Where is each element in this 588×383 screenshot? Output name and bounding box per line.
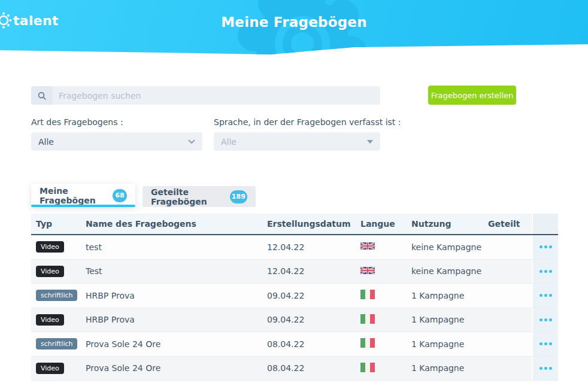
chevron-down-icon: [188, 139, 195, 144]
col-header-language: Langue: [360, 219, 411, 229]
flag-icon: [360, 338, 375, 348]
row-actions-button[interactable]: [532, 332, 558, 356]
usage-text: keine Kampagne: [411, 266, 488, 276]
type-cell: schriftlich: [31, 290, 86, 301]
count-badge: 189: [230, 190, 247, 203]
app-header: talent Meine Fragebögen: [0, 0, 588, 56]
language-flag-cell: [360, 338, 411, 349]
table-row: Video Prova Sole 24 Ore 08.04.22 1 Kampa…: [31, 357, 558, 381]
row-actions-button[interactable]: [532, 308, 558, 332]
ellipsis-icon: [539, 318, 542, 321]
table-row: Video test 12.04.22 keine Kampagne: [31, 235, 558, 260]
type-cell: Video: [31, 241, 86, 253]
questionnaire-name: HRBP Prova: [86, 315, 267, 324]
count-badge: 68: [113, 189, 127, 202]
type-badge: Video: [36, 266, 64, 277]
questionnaire-name: Prova Sole 24 Ore: [86, 363, 267, 373]
usage-text: 1 Kampagne: [411, 315, 488, 324]
language-flag-cell: [360, 290, 411, 301]
col-header-shared: Geteilt: [488, 219, 532, 229]
usage-text: 1 Kampagne: [411, 363, 488, 373]
language-filter-select[interactable]: Alle: [214, 132, 380, 151]
flag-icon: [360, 241, 375, 251]
caret-down-icon: [367, 140, 373, 144]
creation-date: 09.04.22: [267, 315, 360, 324]
language-flag-cell: [360, 314, 411, 326]
table-row: Video HRBP Prova 09.04.22 1 Kampagne: [31, 308, 558, 333]
questionnaire-name: HRBP Prova: [86, 291, 267, 300]
usage-text: 1 Kampagne: [411, 291, 488, 300]
tab-shared-questionnaires[interactable]: Geteilte Fragebögen 189: [143, 186, 256, 207]
col-header-usage: Nutzung: [411, 219, 488, 229]
create-questionnaire-button[interactable]: Fragebogen erstellen: [428, 86, 516, 105]
col-header-actions: [532, 214, 558, 234]
ellipsis-icon: [539, 342, 542, 345]
usage-text: keine Kampagne: [411, 242, 488, 252]
creation-date: 08.04.22: [267, 339, 360, 349]
tab-my-questionnaires[interactable]: Meine Fragebögen 68: [31, 184, 135, 207]
questionnaire-name: Prova Sole 24 Ore: [86, 339, 267, 349]
col-header-date: Erstellungsdatum: [267, 219, 360, 229]
row-actions-button[interactable]: [532, 235, 558, 259]
search-input[interactable]: [53, 86, 380, 105]
flag-icon: [360, 290, 375, 299]
row-actions-button[interactable]: [532, 357, 558, 381]
table-row: schriftlich HRBP Prova 09.04.22 1 Kampag…: [31, 284, 558, 308]
type-badge: Video: [36, 314, 64, 326]
language-flag-cell: [360, 363, 411, 374]
search-icon-box: [31, 86, 53, 105]
ellipsis-icon: [539, 294, 542, 297]
questionnaire-table: Typ Name des Fragebogens Erstellungsdatu…: [31, 214, 558, 381]
type-badge: Video: [36, 241, 64, 253]
language-filter-label: Sprache, in der der Fragebogen verfasst …: [214, 117, 401, 127]
search-box: [31, 86, 380, 105]
row-actions-button[interactable]: [532, 260, 558, 284]
type-badge: schriftlich: [36, 290, 77, 301]
ellipsis-icon: [539, 245, 542, 248]
flag-icon: [360, 314, 375, 324]
type-cell: Video: [31, 363, 86, 374]
type-cell: Video: [31, 314, 86, 326]
language-filter-value: Alle: [221, 137, 367, 147]
ellipsis-icon: [539, 270, 542, 273]
page-title: Meine Fragebögen: [0, 14, 588, 30]
language-flag-cell: [360, 241, 411, 253]
questionnaire-name: test: [86, 242, 267, 252]
search-icon: [38, 92, 46, 100]
questionnaire-name: Test: [86, 266, 267, 276]
col-header-typ: Typ: [31, 219, 86, 229]
page: talent Meine Fragebögen Fragebogen erste…: [0, 0, 588, 383]
row-actions-button[interactable]: [532, 284, 558, 308]
type-filter-label: Art des Fragebogens :: [31, 117, 123, 127]
type-cell: Video: [31, 266, 86, 277]
flag-icon: [360, 266, 375, 275]
type-cell: schriftlich: [31, 338, 86, 349]
flag-icon: [360, 363, 375, 372]
tab-label: Geteilte Fragebögen: [151, 187, 224, 206]
usage-text: 1 Kampagne: [411, 339, 488, 349]
type-badge: Video: [36, 363, 64, 374]
type-filter-value: Alle: [38, 137, 188, 147]
type-badge: schriftlich: [36, 338, 77, 349]
col-header-name: Name des Fragebogens: [86, 219, 267, 229]
creation-date: 08.04.22: [267, 363, 360, 373]
creation-date: 12.04.22: [267, 242, 360, 252]
type-filter-select[interactable]: Alle: [31, 132, 202, 151]
creation-date: 12.04.22: [267, 266, 360, 276]
language-flag-cell: [360, 266, 411, 277]
creation-date: 09.04.22: [267, 291, 360, 300]
table-body: Video test 12.04.22 keine Kampagne Video…: [31, 235, 558, 381]
table-row: schriftlich Prova Sole 24 Ore 08.04.22 1…: [31, 332, 558, 357]
table-header-row: Typ Name des Fragebogens Erstellungsdatu…: [31, 214, 558, 235]
ellipsis-icon: [539, 367, 542, 370]
tab-label: Meine Fragebögen: [40, 186, 107, 205]
table-row: Video Test 12.04.22 keine Kampagne: [31, 260, 558, 284]
